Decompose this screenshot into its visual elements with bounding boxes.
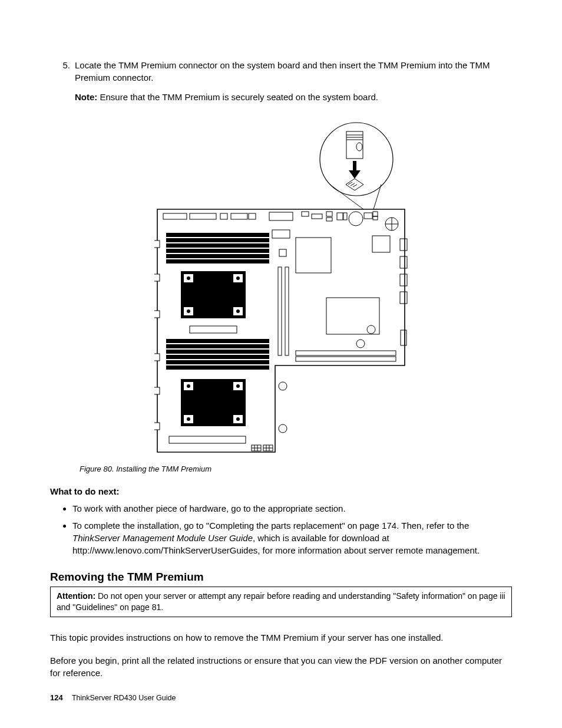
body-paragraph: This topic provides instructions on how … (50, 631, 512, 644)
step-number: 5. (50, 59, 75, 103)
step-5: 5. Locate the TMM Premium connector on t… (50, 59, 512, 103)
svg-rect-38 (154, 241, 160, 248)
svg-rect-46 (166, 243, 269, 248)
svg-rect-48 (166, 254, 269, 258)
motherboard-diagram-icon (154, 115, 408, 454)
svg-point-56 (187, 309, 190, 313)
svg-rect-61 (166, 344, 269, 348)
note-label: Note: (75, 92, 97, 102)
figure-caption: Figure 80. Installing the TMM Premium (80, 464, 512, 475)
svg-rect-43 (154, 423, 160, 430)
svg-point-74 (236, 417, 240, 421)
svg-rect-45 (166, 238, 269, 242)
svg-point-70 (236, 384, 240, 388)
attention-box: Attention: Do not open your server or at… (50, 587, 512, 617)
svg-rect-41 (154, 354, 160, 361)
svg-point-58 (236, 309, 240, 313)
list-item-text: To work with another piece of hardware, … (72, 503, 346, 513)
page-footer: 124 ThinkServer RD430 User Guide (50, 693, 176, 704)
document-page: 5. Locate the TMM Premium connector on t… (0, 0, 562, 728)
doc-title: ThinkServer RD430 User Guide (72, 694, 176, 702)
what-to-do-next-heading: What to do next: (50, 485, 512, 498)
svg-point-88 (279, 424, 287, 433)
svg-rect-49 (166, 259, 269, 263)
svg-point-68 (187, 384, 190, 388)
svg-point-52 (187, 276, 190, 280)
list-item-prefix: To complete the installation, go to "Com… (72, 521, 469, 531)
section-heading: Removing the TMM Premium (50, 569, 512, 585)
step-text: Locate the TMM Premium connector on the … (75, 60, 490, 83)
note-text: Ensure that the TMM Premium is securely … (97, 92, 378, 102)
list-item-italic: ThinkServer Management Module User Guide (72, 533, 253, 543)
body-paragraph: Before you begin, print all the related … (50, 654, 512, 679)
svg-rect-42 (154, 387, 160, 394)
svg-rect-1 (346, 131, 363, 159)
svg-rect-40 (154, 311, 160, 318)
list-item: To complete the installation, go to "Com… (72, 519, 512, 556)
svg-rect-65 (166, 365, 269, 370)
what-next-list: To work with another piece of hardware, … (50, 502, 512, 556)
svg-rect-44 (166, 233, 269, 237)
step-body: Locate the TMM Premium connector on the … (75, 59, 512, 103)
list-item: To work with another piece of hardware, … (72, 502, 512, 515)
svg-point-87 (279, 382, 287, 390)
svg-rect-60 (166, 339, 269, 343)
attention-label: Attention: (57, 591, 95, 601)
svg-rect-39 (154, 274, 160, 281)
svg-point-72 (187, 417, 190, 421)
page-number: 124 (50, 693, 63, 702)
step-note: Note: Ensure that the TMM Premium is sec… (75, 91, 512, 103)
svg-rect-62 (166, 350, 269, 354)
attention-text: Do not open your server or attempt any r… (57, 591, 505, 612)
svg-point-54 (236, 276, 240, 280)
svg-rect-47 (166, 249, 269, 253)
figure-80 (50, 115, 512, 457)
svg-rect-63 (166, 355, 269, 359)
svg-rect-64 (166, 360, 269, 364)
